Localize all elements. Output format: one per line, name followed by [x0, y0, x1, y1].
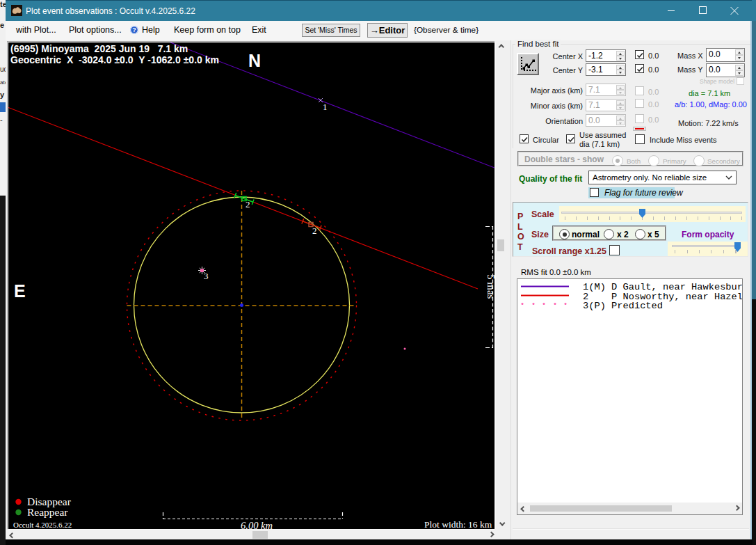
svg-text:Geocentric X -3024.0 ±0.0 Y: Geocentric X -3024.0 ±0.0 Y -1062.0 ±0.0…: [10, 54, 219, 65]
svg-text:5 mas: 5 mas: [485, 274, 494, 299]
svg-text:Reappear: Reappear: [27, 506, 68, 518]
svg-text:1: 1: [323, 102, 328, 112]
svg-text:3: 3: [204, 271, 209, 281]
svg-text:2: 2: [246, 199, 250, 210]
svg-text:N: N: [248, 51, 261, 70]
svg-text:Plot width: 16 km: Plot width: 16 km: [424, 519, 492, 529]
svg-text:E: E: [14, 281, 26, 301]
svg-text:2: 2: [312, 226, 317, 236]
svg-text:3(P) Predicted: 3(P) Predicted: [583, 301, 663, 310]
svg-text:(6995) Minoyama 2025 Jun 19: (6995) Minoyama 2025 Jun 19 7.1 km: [10, 43, 188, 54]
svg-text:6.00 km: 6.00 km: [241, 520, 273, 529]
svg-text:Occult 4.2025.6.22: Occult 4.2025.6.22: [13, 521, 72, 529]
